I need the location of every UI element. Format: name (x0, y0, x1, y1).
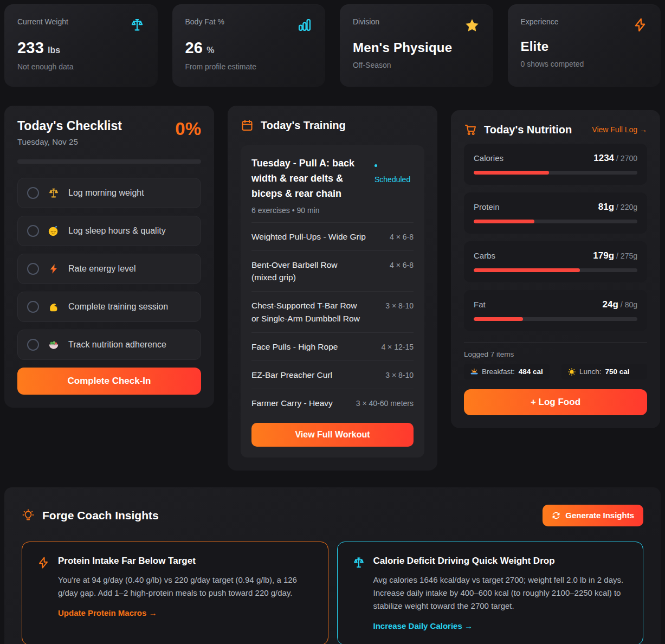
checklist-item-track-nutrition[interactable]: Track nutrition adherence (17, 330, 201, 360)
stat-label: Current Weight (17, 17, 68, 26)
training-title: Today's Training (261, 119, 346, 132)
logged-items-count: Logged 7 items (464, 350, 647, 358)
status-dot-icon (375, 164, 377, 167)
status-badge-label: Scheduled (375, 175, 410, 184)
meal-chip-breakfast: Breakfast: 484 cal (464, 364, 550, 379)
checklist-item-rate-energy[interactable]: Rate energy level (17, 254, 201, 284)
lightbulb-icon (22, 509, 35, 522)
checklist-item-log-weight[interactable]: Log morning weight (17, 178, 201, 208)
workout-title: Tuesday - Pull A: back width & rear delt… (251, 156, 375, 202)
stat-subtext: From profile estimate (185, 62, 313, 71)
macro-value: 179g (593, 250, 614, 261)
checkbox-circle[interactable] (27, 187, 39, 199)
checklist-item-label: Log morning weight (68, 188, 144, 198)
insight-card-calorie-deficit: Calorie Deficit Driving Quick Weight Dro… (337, 542, 644, 644)
stat-subtext: Off-Season (353, 61, 480, 69)
star-icon (464, 17, 480, 34)
coach-insights-section: Forge Coach Insights Generate Insights P… (4, 487, 661, 644)
nutrition-panel: Today's Nutrition View Full Log → Calori… (451, 110, 660, 428)
training-panel: Today's Training Tuesday - Pull A: back … (228, 106, 437, 471)
insight-body: You're at 94 g/day (0.40 g/lb) vs 220 g/… (58, 574, 313, 600)
stat-card-experience: Experience Elite 0 shows competed (508, 4, 661, 87)
macro-label: Carbs (474, 251, 495, 260)
stat-unit: % (206, 46, 214, 55)
exercise-row: Farmer Carry - Heavy 3 × 40-60 meters (251, 389, 414, 417)
meal-label: Lunch: (579, 368, 602, 376)
sun-icon (568, 368, 576, 376)
checklist-item-label: Log sleep hours & quality (68, 226, 166, 236)
insight-card-protein: Protein Intake Far Below Target You're a… (22, 542, 328, 644)
log-food-button[interactable]: + Log Food (464, 389, 647, 415)
macro-target: / 2700 (616, 154, 637, 163)
macro-calories: Calories 1234/ 2700 (464, 144, 647, 185)
insight-title: Calorie Deficit Driving Quick Weight Dro… (373, 556, 629, 566)
divider (464, 342, 647, 343)
meal-calories: 750 cal (605, 368, 630, 376)
update-protein-macros-link[interactable]: Update Protein Macros → (58, 608, 157, 617)
checkbox-circle[interactable] (27, 263, 39, 275)
scale-icon (352, 556, 365, 631)
checklist-item-label: Complete training session (68, 302, 168, 312)
stat-label: Experience (521, 17, 559, 26)
exercise-sets: 3 × 40-60 meters (356, 397, 414, 409)
stat-value: 26 (185, 39, 203, 57)
checklist-item-complete-training[interactable]: Complete training session (17, 292, 201, 322)
stat-unit: lbs (48, 46, 60, 55)
meal-calories: 484 cal (519, 368, 543, 376)
macro-label: Calories (474, 153, 503, 163)
macro-target: / 80g (621, 300, 637, 309)
stat-card-current-weight: Current Weight 233 lbs Not enough data (4, 4, 158, 87)
checklist-percent: 0% (175, 119, 201, 139)
exercise-sets: 3 × 8-10 (385, 299, 414, 325)
lightning-icon (632, 17, 648, 33)
macro-progress-fill (474, 317, 523, 321)
sunrise-icon (470, 368, 478, 375)
increase-daily-calories-link[interactable]: Increase Daily Calories → (373, 621, 473, 630)
exercise-sets: 3 × 8-10 (385, 369, 414, 381)
stat-value: 233 (17, 39, 44, 57)
exercise-name: EZ-Bar Preacher Curl (251, 369, 380, 381)
checklist-item-log-sleep[interactable]: z Log sleep hours & quality (17, 216, 201, 246)
complete-checkin-button[interactable]: Complete Check-In (17, 368, 201, 395)
exercise-name: Bent-Over Barbell Row (mixed grip) (251, 259, 361, 284)
exercise-row: Weighted Pull-Ups - Wide Grip 4 × 6-8 (251, 222, 414, 250)
exercise-row: EZ-Bar Preacher Curl 3 × 8-10 (251, 360, 414, 389)
exercise-name: Chest-Supported T-Bar Row or Single-Arm … (251, 299, 361, 325)
stat-card-division: Division Men's Physique Off-Season (340, 4, 493, 87)
macro-progress-fill (474, 268, 580, 272)
exercise-sets: 4 × 12-15 (381, 340, 414, 353)
main-grid: Today's Checklist Tuesday, Nov 25 0% Log… (4, 106, 661, 471)
exercise-list: Weighted Pull-Ups - Wide Grip 4 × 6-8 Be… (251, 222, 414, 417)
macro-progress-track (474, 268, 637, 272)
macro-label: Fat (474, 300, 486, 309)
macro-value: 1234 (593, 153, 614, 163)
checkbox-circle[interactable] (27, 225, 39, 237)
scale-icon (130, 17, 145, 33)
bar-chart-icon (297, 17, 312, 33)
macro-progress-track (474, 171, 637, 175)
cart-icon (464, 123, 477, 136)
checklist-item-label: Track nutrition adherence (68, 340, 166, 350)
checkbox-circle[interactable] (27, 301, 39, 313)
workout-card: Tuesday - Pull A: back width & rear delt… (241, 145, 424, 458)
view-full-log-link[interactable]: View Full Log → (592, 125, 647, 134)
macro-target: / 220g (616, 203, 637, 211)
lightning-emoji-icon (47, 262, 60, 275)
macro-value: 81g (598, 202, 614, 212)
macro-fat: Fat 24g/ 80g (464, 290, 647, 331)
insights-title: Forge Coach Insights (42, 509, 159, 522)
exercise-sets: 4 × 6-8 (390, 230, 414, 243)
macro-progress-track (474, 317, 637, 321)
macro-target: / 275g (616, 252, 637, 260)
generate-insights-button[interactable]: Generate Insights (543, 505, 643, 526)
checklist-item-label: Rate energy level (68, 264, 136, 274)
meal-label: Breakfast: (482, 368, 515, 376)
sleeping-face-emoji-icon: z (47, 224, 60, 237)
view-full-workout-button[interactable]: View Full Workout (251, 423, 414, 447)
lightning-icon (37, 556, 50, 631)
checklist-progress-track (17, 159, 201, 164)
checkbox-circle[interactable] (27, 339, 39, 351)
stat-subtext: 0 shows competed (521, 60, 648, 68)
calendar-icon (241, 119, 254, 132)
stat-card-body-fat: Body Fat % 26 % From profile estimate (172, 4, 326, 87)
